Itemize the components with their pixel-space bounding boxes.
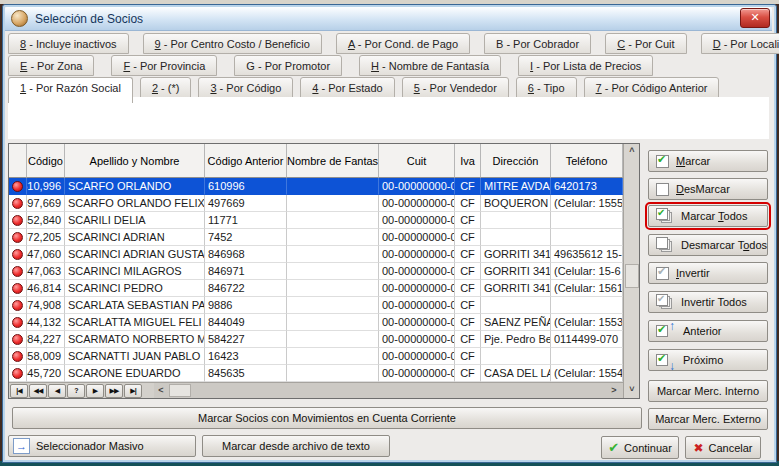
titlebar[interactable]: Selección de Socios [5, 7, 772, 31]
cell: 00-00000000-0 [379, 212, 455, 229]
side-button-invertir-todos[interactable]: Invertir Todos [648, 291, 768, 313]
cell: 844049 [205, 314, 287, 331]
cell [551, 212, 623, 229]
table-row[interactable]: 884,227SCARMATO NORBERTO M58422700-00000… [9, 331, 623, 348]
side-button-anterior[interactable]: ↑Anterior [648, 320, 768, 342]
vertical-scrollbar[interactable]: ˄ ˅ [623, 144, 639, 398]
record-indicator-icon [12, 351, 23, 362]
seleccion-socios-dialog: Selección de Socios ✕ 8 - Incluye inacti… [2, 4, 777, 463]
nav-button[interactable]: ? [67, 384, 85, 398]
table-row[interactable]: 852,840SCARILI DELIA1177100-00000000-0CF [9, 212, 623, 229]
horizontal-scroll-thumb[interactable] [169, 384, 191, 397]
tab[interactable]: C - Por Cuit [605, 33, 686, 54]
nav-button[interactable]: ▶| [124, 384, 142, 398]
cell [287, 212, 379, 229]
column-header: Teléfono [551, 144, 623, 178]
tab[interactable]: D - Por Localidad [701, 33, 779, 54]
table-row[interactable]: 847,063SCARINCI MILAGROS84697100-0000000… [9, 263, 623, 280]
table-row[interactable]: 610,996SCARFO ORLANDO61099600-00000000-0… [9, 178, 623, 195]
nav-button[interactable]: |◀ [10, 384, 28, 398]
cell [287, 280, 379, 297]
scroll-up-icon[interactable]: ˄ [625, 145, 639, 158]
cell [287, 331, 379, 348]
tab[interactable]: F - Por Provincia [111, 55, 217, 76]
side-button-marcar[interactable]: Marcar [648, 150, 768, 172]
cell: 497669 [205, 195, 287, 212]
table-row[interactable]: 846,814SCARINCI PEDRO84672200-00000000-0… [9, 280, 623, 297]
tab-active[interactable]: 1 - Por Razón Social [8, 77, 133, 103]
tab[interactable]: 9 - Por Centro Costo / Beneficio [143, 33, 322, 54]
cell: CF [455, 314, 481, 331]
record-indicator-icon [12, 249, 23, 260]
nav-button[interactable]: ▶▶ [105, 384, 123, 398]
marcar-desde-archivo-button[interactable]: Marcar desde archivo de texto [202, 435, 390, 457]
record-indicator-icon [12, 181, 23, 192]
cell [287, 297, 379, 314]
record-indicator-icon [12, 215, 23, 226]
tab[interactable]: 5 - Por Vendedor [402, 77, 509, 98]
table-row[interactable]: 845,720SCARONE EDUARDO84563500-00000000-… [9, 365, 623, 382]
table-row[interactable]: 858,009SCARNATTI JUAN PABLO1642300-00000… [9, 348, 623, 365]
side-button-desmarcar-todos[interactable]: Desmarcar Todos [648, 234, 768, 256]
cell: SCARFO ORLANDO [65, 178, 205, 195]
scroll-down-icon[interactable]: ˅ [625, 384, 639, 397]
table-row[interactable]: 847,060SCARINCI ADRIAN GUSTAVO84696800-0… [9, 246, 623, 263]
tab[interactable]: 3 - Por Código [198, 77, 293, 98]
tab[interactable]: 6 - Tipo [516, 77, 577, 98]
side-button-marcar-merc-interno[interactable]: Marcar Merc. Interno [648, 380, 768, 402]
cell: 844,132 [27, 314, 65, 331]
tab[interactable]: A - Por Cond. de Pago [336, 33, 470, 54]
table-row[interactable]: 874,908SCARLATA SEBASTIAN PA988600-00000… [9, 297, 623, 314]
tab[interactable]: H - Nombre de Fantasía [359, 55, 501, 76]
table-row[interactable]: 497,669SCARFO ORLANDO FELIX49766900-0000… [9, 195, 623, 212]
side-button-marcar-todos[interactable]: Marcar Todos [648, 205, 768, 227]
cell [551, 229, 623, 246]
vertical-scroll-thumb[interactable] [625, 264, 639, 288]
tab[interactable]: I - Por Lista de Precios [518, 55, 653, 76]
cell: CF [455, 365, 481, 382]
nav-button[interactable]: ▶ [86, 384, 104, 398]
scroll-left-icon[interactable]: < [154, 384, 168, 397]
cell [481, 229, 551, 246]
nav-button[interactable]: ◀ [48, 384, 66, 398]
cell [9, 229, 27, 246]
side-button-pr-ximo[interactable]: ↓Próximo [648, 349, 768, 371]
seleccionador-masivo-button[interactable]: → Seleccionador Masivo [8, 435, 196, 457]
side-button-label: Próximo [683, 354, 723, 366]
cancelar-button[interactable]: ✖ Cancelar [685, 436, 761, 459]
marcar-movimientos-cc-button[interactable]: Marcar Socios con Movimientos en Cuenta … [12, 407, 642, 429]
cell: GORRITI 3413 1 [481, 280, 551, 297]
nav-button[interactable]: ◀◀ [29, 384, 47, 398]
side-button-desmarcar[interactable]: DesMarcar [648, 178, 768, 200]
x-icon: ✖ [693, 441, 703, 455]
cell [551, 348, 623, 365]
cell [287, 178, 379, 195]
record-indicator-icon [12, 232, 23, 243]
cell: CF [455, 297, 481, 314]
tab[interactable]: 4 - Por Estado [300, 77, 394, 98]
cell: (Celular: 1553 [551, 314, 623, 331]
tab[interactable]: 7 - Por Código Anterior [584, 77, 720, 98]
cell [287, 365, 379, 382]
table-row[interactable]: 872,205SCARINCI ADRIAN745200-00000000-0C… [9, 229, 623, 246]
cell: 00-00000000-0 [379, 280, 455, 297]
column-header: Nombre de Fantas [287, 144, 379, 178]
tab[interactable]: 8 - Incluye inactivos [8, 33, 129, 54]
screen: { "window": { "title": "Selección de Soc… [0, 0, 779, 466]
table-row[interactable]: 844,132SCARLATTA MIGUEL FELI84404900-000… [9, 314, 623, 331]
close-button[interactable]: ✕ [740, 8, 770, 28]
tab[interactable]: 2 - (*) [140, 77, 192, 98]
continuar-button[interactable]: ✔ Continuar [601, 436, 679, 459]
tab[interactable]: E - Por Zona [8, 55, 94, 76]
cell: 884,227 [27, 331, 65, 348]
record-indicator-icon [12, 334, 23, 345]
nav-buttons: |◀◀◀◀?▶▶▶▶| [9, 384, 142, 398]
side-button-marcar-merc-externo[interactable]: Marcar Merc. Externo [648, 408, 768, 430]
side-button-invertir[interactable]: Invertir [648, 262, 768, 284]
cell: 00-00000000-0 [379, 297, 455, 314]
scroll-right-icon[interactable]: > [607, 384, 621, 397]
tab[interactable]: G - Por Promotor [234, 55, 342, 76]
cell: SCARMATO NORBERTO M [65, 331, 205, 348]
tab[interactable]: B - Por Cobrador [484, 33, 591, 54]
horizontal-scrollbar[interactable]: < > [154, 383, 623, 398]
